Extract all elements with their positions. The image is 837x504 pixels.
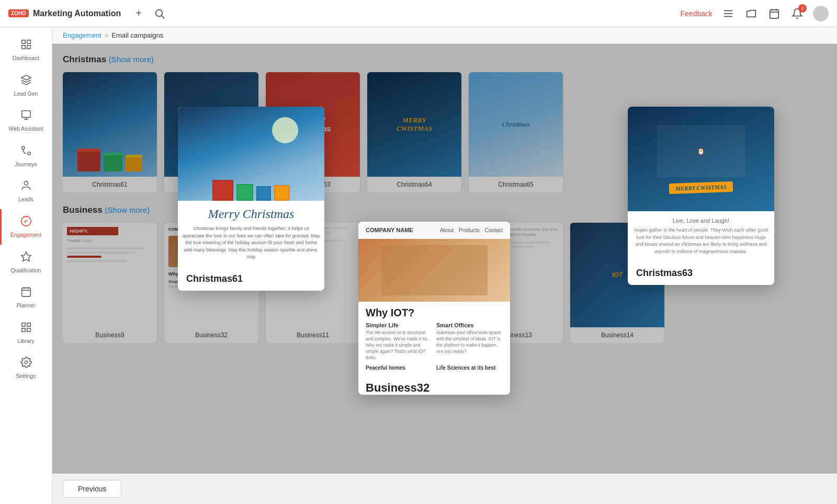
dashboard-label: Dashboard — [13, 55, 39, 62]
top-bar-right: Feedback 2 — [681, 6, 829, 21]
svg-rect-20 — [21, 288, 30, 297]
business14-label: Business14 — [570, 327, 664, 343]
christmas65-label: Christmas65 — [469, 177, 563, 192]
top-bar-actions: + — [131, 6, 167, 21]
svg-rect-5 — [770, 9, 779, 18]
svg-rect-13 — [21, 111, 30, 118]
business32-why-title: Why IOT? — [358, 302, 510, 322]
app-logo: ZOHO Marketing Automation — [8, 9, 121, 18]
breadcrumb-parent[interactable]: Engagement — [63, 31, 101, 39]
leads-label: Leads — [18, 196, 33, 203]
svg-rect-11 — [21, 45, 25, 49]
svg-rect-27 — [27, 328, 30, 331]
christmas61-popup-body: Christmas brings family and friends toge… — [182, 225, 320, 261]
christmas61-popup[interactable]: Merry Christmas Christmas brings family … — [178, 107, 324, 291]
sidebar-item-planner[interactable]: Planner — [0, 280, 52, 315]
qualification-label: Qualification — [11, 267, 41, 274]
webassistant-icon — [20, 109, 32, 123]
christmas63-subtitle: Live, Love and Laugh! — [634, 217, 768, 224]
business9-label: Business9 — [63, 327, 157, 343]
svg-marker-19 — [21, 251, 30, 260]
business32-footer2: Life Sciences at its best — [436, 365, 503, 371]
svg-rect-10 — [27, 40, 30, 43]
notification-badge: 2 — [798, 4, 807, 13]
svg-point-0 — [156, 9, 163, 16]
sidebar-item-engagement[interactable]: Engagement — [0, 209, 52, 245]
sidebar-item-settings[interactable]: Settings — [0, 350, 52, 386]
business32-company: COMPANY NAME — [366, 227, 413, 233]
journeys-label: Journeys — [15, 161, 37, 168]
sidebar-item-library[interactable]: Library — [0, 315, 52, 351]
business32-popup-label: Business32 — [358, 377, 510, 395]
christmas63-popup[interactable]: 🎅 MERRY CWISTMAS Live, Love and Laugh! H… — [628, 107, 774, 285]
business32-simpler-life-text: The life around us is structural and com… — [366, 330, 432, 361]
business11-label: Business11 — [266, 327, 360, 343]
zoho-brand: ZOHO — [8, 9, 29, 17]
app-title: Marketing Automation — [33, 9, 121, 18]
christmas64-card[interactable]: MERRYCWISTMAS Christmas64 — [367, 72, 461, 192]
business32-popup[interactable]: COMPANY NAME About Products Contact Why … — [358, 222, 510, 395]
notifications-button[interactable]: 2 — [790, 6, 805, 21]
engagement-label: Engagement — [10, 232, 42, 238]
sidebar-item-webassistant[interactable]: Web Assistant — [0, 103, 52, 139]
svg-line-1 — [162, 16, 164, 18]
christmas63-banner: MERRY CWISTMAS — [669, 181, 733, 194]
sidebar-item-leads[interactable]: Leads — [0, 174, 52, 209]
business32-smart-offices-title: Smart Offices — [436, 322, 503, 328]
sidebar-item-qualification[interactable]: Qualification — [0, 245, 52, 280]
calendar-button[interactable] — [767, 6, 782, 21]
svg-rect-24 — [21, 323, 25, 326]
main-layout: Dashboard Lead Gen Web Assistant — [0, 27, 837, 504]
leadgen-label: Lead Gen — [14, 90, 38, 97]
svg-rect-25 — [27, 323, 30, 326]
sidebar-item-leadgen[interactable]: Lead Gen — [0, 68, 52, 104]
svg-point-28 — [25, 361, 28, 364]
christmas-section-title: Christmas (Show more) — [63, 54, 827, 65]
business32-simpler-life-title: Simpler Life — [366, 322, 432, 328]
feedback-button[interactable]: Feedback — [681, 9, 712, 18]
search-button[interactable] — [152, 6, 167, 21]
dashboard-icon — [20, 39, 32, 53]
business32-label: Business32 — [164, 327, 258, 343]
pagination-bar: Previous — [52, 474, 837, 504]
svg-point-16 — [21, 146, 25, 150]
svg-rect-26 — [21, 328, 25, 331]
christmas63-body-text: Hopes gather in the heart of people. The… — [634, 227, 768, 255]
christmas61-card[interactable]: Christmas61 — [63, 72, 157, 192]
settings-label: Settings — [16, 373, 36, 380]
christmas63-popup-label: Christmas63 — [628, 261, 774, 285]
svg-rect-9 — [21, 40, 25, 43]
business32-nav-contact[interactable]: Contact — [485, 227, 503, 233]
christmas-show-more[interactable]: (Show more) — [109, 55, 154, 64]
business32-nav-about[interactable]: About — [440, 227, 454, 233]
sidebar-item-dashboard[interactable]: Dashboard — [0, 32, 52, 68]
add-button[interactable]: + — [131, 6, 146, 21]
business9-card[interactable]: HIGHFY. THANK YOU! Business9 — [63, 223, 157, 343]
planner-label: Planner — [16, 302, 35, 309]
christmas65-card[interactable]: Christmas Christmas65 — [469, 72, 563, 192]
webassistant-label: Web Assistant — [8, 125, 43, 132]
folder-button[interactable] — [744, 6, 759, 21]
breadcrumb: Engagement > Email campaigns — [52, 27, 837, 44]
business32-nav-products[interactable]: Products — [459, 227, 479, 233]
previous-button[interactable]: Previous — [63, 480, 121, 498]
business32-smart-offices-text: Automate your office/work space with the… — [436, 330, 503, 355]
christmas64-label: Christmas64 — [367, 177, 461, 192]
svg-point-18 — [24, 181, 28, 185]
engagement-icon — [20, 215, 32, 230]
qualification-icon — [20, 251, 32, 265]
svg-rect-12 — [27, 45, 30, 49]
user-avatar[interactable] — [813, 6, 829, 21]
settings-icon — [20, 357, 32, 371]
sidebar-item-journeys[interactable]: Journeys — [0, 139, 52, 174]
planner-icon — [20, 286, 32, 300]
christmas61-label: Christmas61 — [63, 177, 157, 192]
business-show-more[interactable]: (Show more) — [105, 205, 150, 214]
business32-footer1: Peaceful homes — [366, 365, 432, 371]
christmas61-popup-label: Christmas61 — [178, 267, 324, 291]
breadcrumb-separator: > — [105, 31, 109, 39]
svg-point-17 — [27, 152, 30, 155]
list-view-button[interactable] — [721, 6, 736, 21]
leadgen-icon — [20, 74, 32, 88]
breadcrumb-current: Email campaigns — [111, 31, 163, 39]
